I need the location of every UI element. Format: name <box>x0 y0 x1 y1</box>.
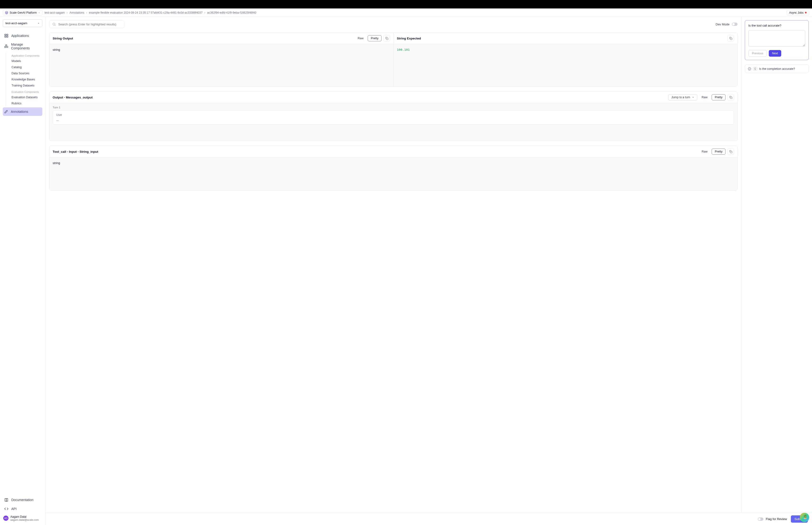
check-circle-icon <box>748 67 751 71</box>
previous-button[interactable]: Previous <box>748 50 767 57</box>
copy-button[interactable] <box>727 148 734 155</box>
sidebar-item-knowledge-bases[interactable]: Knowledge Bases <box>6 76 42 82</box>
breadcrumb-item[interactable]: example flexible evaluation 2024-09-24 2… <box>89 11 202 14</box>
sidebar-item-label: Manage Components <box>11 43 41 50</box>
sidebar-item-evaluation-datasets[interactable]: Evaluation Datasets <box>6 94 42 100</box>
copy-icon <box>729 96 732 99</box>
svg-rect-8 <box>386 38 388 40</box>
grid-icon <box>4 34 9 38</box>
dev-mode-toggle[interactable] <box>732 22 737 26</box>
message-role: User <box>56 113 731 117</box>
svg-rect-5 <box>7 36 8 38</box>
chevron-left-icon <box>38 12 41 14</box>
chevron-right-icon: › <box>86 11 87 14</box>
sidebar-item-api[interactable]: API <box>3 504 42 513</box>
string-output-body: string <box>49 44 393 87</box>
sidebar-section-header: Evaluation Components <box>6 89 42 94</box>
copy-button[interactable] <box>727 35 734 42</box>
status-dot-icon <box>805 12 807 13</box>
sidebar-item-annotations[interactable]: Annotations <box>3 107 42 116</box>
sidebar-item-data-sources[interactable]: Data Sources <box>6 70 42 76</box>
platform-selector[interactable]: Scale GenAI Platform <box>3 10 43 15</box>
jump-to-turn-dropdown[interactable]: Jump to a turn <box>668 94 698 100</box>
sidebar-item-catalog[interactable]: Catalog <box>6 64 42 70</box>
pretty-button[interactable]: Pretty <box>712 149 725 155</box>
platform-label: Scale GenAI Platform <box>10 11 37 14</box>
svg-line-7 <box>55 25 56 26</box>
panel-title: String Expected <box>397 37 725 40</box>
sidebar-item-training-datasets[interactable]: Training Datasets <box>6 82 42 89</box>
copy-button[interactable] <box>383 35 390 42</box>
chevron-right-icon: › <box>66 11 67 14</box>
svg-point-13 <box>748 68 751 70</box>
breadcrumb: test-acct-aagam › Annotations › example … <box>44 11 256 14</box>
caret-down-icon <box>37 22 40 25</box>
string-expected-panel: String Expected 100.101 <box>393 33 737 87</box>
tool-call-body: string <box>49 158 737 190</box>
search-input[interactable] <box>58 22 121 26</box>
avatar: AD <box>3 515 9 521</box>
panel-title: Output - Messages_output <box>52 96 666 99</box>
panel-title: Tool_call - Input - String_input <box>52 150 698 153</box>
breadcrumb-item[interactable]: test-acct-aagam <box>44 11 65 14</box>
async-jobs-label: Async Jobs <box>789 11 803 14</box>
user-name: Aagam Dalal <box>10 515 39 519</box>
profile-avatar-fab[interactable]: 🏝️ <box>800 513 809 522</box>
raw-button[interactable]: Raw <box>699 149 710 154</box>
raw-button[interactable]: Raw <box>355 35 366 41</box>
svg-rect-2 <box>5 34 6 35</box>
sidebar-item-label: Applications <box>11 34 29 38</box>
main-content: Dev Mode String Output Raw Pretty string <box>45 17 741 525</box>
dev-mode-label: Dev Mode <box>716 22 730 26</box>
search-input-wrapper[interactable] <box>49 20 124 28</box>
pretty-button[interactable]: Pretty <box>712 94 725 100</box>
svg-marker-0 <box>5 11 8 13</box>
sidebar-section-header: Application Components <box>6 52 42 58</box>
sidebar-item-applications[interactable]: Applications <box>3 31 42 40</box>
copy-icon <box>729 150 732 153</box>
flag-for-review-toggle[interactable] <box>758 518 763 521</box>
macos-menubar-space <box>0 0 812 9</box>
breadcrumb-bar: Scale GenAI Platform test-acct-aagam › A… <box>0 9 812 17</box>
sidebar-item-documentation[interactable]: Documentation <box>3 495 42 504</box>
account-selector[interactable]: test-acct-aagam <box>3 19 42 27</box>
sidebar-item-models[interactable]: Models <box>6 58 42 64</box>
turn-label: Turn 1 <box>49 103 737 110</box>
string-expected-body: 100.101 <box>394 44 737 87</box>
search-icon <box>52 22 56 26</box>
pretty-button[interactable]: Pretty <box>368 35 382 41</box>
breadcrumb-item[interactable]: ac362f94-edfd-41f9-9eba-f16625f46f40 <box>207 11 256 14</box>
message-content: ... <box>56 118 731 121</box>
sidebar-item-label: API <box>11 507 17 511</box>
svg-rect-12 <box>730 151 732 153</box>
answer-textarea[interactable] <box>748 30 805 46</box>
breadcrumb-item[interactable]: Annotations <box>69 11 84 14</box>
sidebar: test-acct-aagam Applications Manage Comp… <box>0 17 45 525</box>
message-turn-card: User ... <box>52 110 734 124</box>
raw-button[interactable]: Raw <box>699 94 710 100</box>
question-row[interactable]: Q Is the completion accurate? <box>745 64 809 73</box>
copy-button[interactable] <box>727 94 734 101</box>
account-selected-label: test-acct-aagam <box>5 21 27 25</box>
active-question-card: Is the tool call accurate? Previous Next <box>745 20 809 60</box>
svg-point-6 <box>53 23 55 25</box>
async-jobs-button[interactable]: Async Jobs <box>787 10 809 15</box>
user-account[interactable]: AD Aagam Dalal aagam.dalal@scale.com <box>3 513 42 523</box>
layers-icon <box>5 11 8 14</box>
sidebar-item-label: Documentation <box>11 498 33 502</box>
question-text: Is the tool call accurate? <box>748 24 805 27</box>
pencil-icon <box>4 110 8 114</box>
next-button[interactable]: Next <box>769 50 781 57</box>
book-icon <box>4 498 9 502</box>
palm-tree-icon: 🏝️ <box>802 514 808 520</box>
sidebar-item-rubrics[interactable]: Rubrics <box>6 100 42 106</box>
chevron-right-icon: › <box>204 11 205 14</box>
panel-title: String Output <box>52 37 353 40</box>
svg-rect-11 <box>730 97 732 99</box>
user-email: aagam.dalal@scale.com <box>10 519 39 521</box>
svg-rect-3 <box>7 34 8 35</box>
sidebar-item-manage-components[interactable]: Manage Components <box>3 40 42 52</box>
sidebar-item-label: Annotations <box>11 110 28 114</box>
code-icon <box>4 507 9 511</box>
cubes-icon <box>4 44 8 48</box>
